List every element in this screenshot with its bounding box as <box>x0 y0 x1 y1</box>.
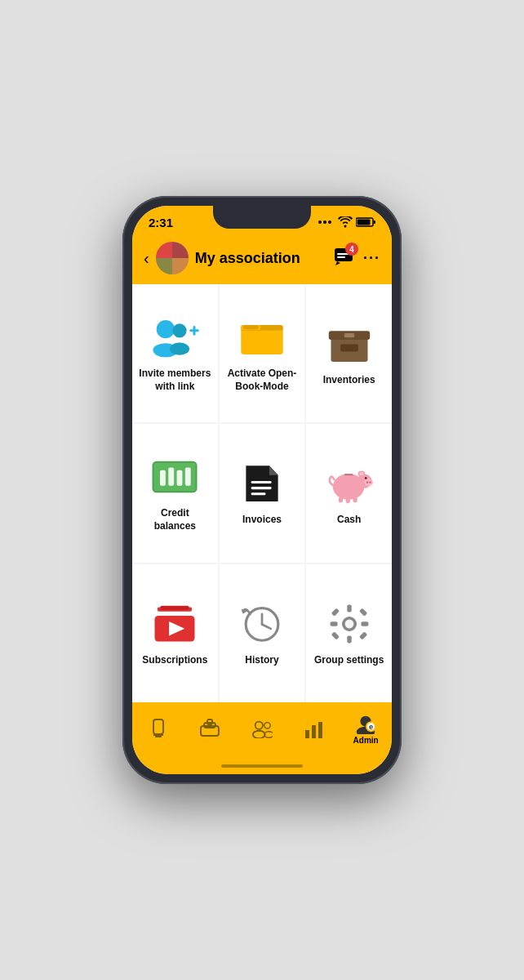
open-book-icon <box>236 315 288 359</box>
svg-line-55 <box>262 624 271 628</box>
svg-rect-47 <box>345 498 349 503</box>
admin-label: Admin <box>353 736 379 745</box>
svg-rect-8 <box>172 242 189 258</box>
group-settings-icon <box>323 602 375 646</box>
svg-point-42 <box>366 482 368 484</box>
svg-rect-34 <box>251 481 272 483</box>
svg-rect-45 <box>344 474 353 475</box>
svg-rect-63 <box>331 608 339 616</box>
svg-rect-35 <box>251 487 272 489</box>
svg-rect-64 <box>359 608 367 616</box>
nav-item-members[interactable] <box>242 718 282 739</box>
nav-item-food[interactable] <box>189 718 230 739</box>
status-icons <box>318 216 375 228</box>
members-icon <box>251 718 273 739</box>
credit-balances-icon <box>149 455 201 499</box>
grid-item-subscriptions[interactable]: Subscriptions <box>132 564 218 702</box>
svg-point-2 <box>328 220 331 224</box>
svg-rect-13 <box>337 256 345 258</box>
credit-balances-label: Credit balances <box>139 507 211 532</box>
svg-rect-32 <box>185 468 191 486</box>
svg-rect-62 <box>361 621 368 626</box>
stats-icon <box>304 718 325 739</box>
more-button[interactable]: ··· <box>363 250 380 267</box>
battery-icon <box>356 217 375 227</box>
invoices-icon <box>236 461 288 506</box>
back-button[interactable]: ‹ <box>144 249 149 268</box>
invite-members-icon <box>149 315 201 359</box>
nav-item-stats[interactable] <box>294 718 335 739</box>
svg-rect-66 <box>359 631 367 639</box>
grid-item-inventories[interactable]: Inventories <box>306 284 392 422</box>
notifications-button[interactable]: 4 <box>334 247 353 269</box>
svg-point-43 <box>369 482 371 484</box>
grid-item-open-book[interactable]: Activate Open-Book-Mode <box>220 284 305 422</box>
bottom-navigation: e Admin <box>132 702 392 758</box>
svg-rect-27 <box>344 333 354 337</box>
nav-item-drinks[interactable] <box>138 718 179 739</box>
svg-rect-29 <box>160 470 166 486</box>
svg-point-1 <box>323 220 326 224</box>
nav-item-admin[interactable]: e Admin <box>345 713 386 745</box>
notification-badge: 4 <box>345 243 358 256</box>
svg-rect-4 <box>374 220 376 224</box>
svg-rect-10 <box>172 258 189 274</box>
svg-point-44 <box>365 477 367 479</box>
svg-rect-7 <box>156 242 172 258</box>
notch <box>213 206 311 229</box>
svg-rect-69 <box>153 734 163 736</box>
drinks-icon <box>148 718 169 739</box>
svg-rect-23 <box>243 325 259 329</box>
svg-rect-78 <box>312 725 316 738</box>
svg-rect-46 <box>338 497 342 502</box>
svg-point-40 <box>359 472 363 475</box>
subscriptions-label: Subscriptions <box>142 654 207 667</box>
svg-rect-77 <box>305 730 309 738</box>
grid-item-cash[interactable]: Cash <box>306 424 392 562</box>
svg-rect-67 <box>153 719 163 734</box>
grid-item-group-settings[interactable]: Group settings <box>306 564 392 702</box>
svg-point-16 <box>173 323 187 337</box>
invite-members-label: Invite members with link <box>139 368 211 393</box>
inventories-icon <box>323 322 375 366</box>
svg-rect-60 <box>347 635 351 643</box>
svg-point-14 <box>157 320 175 338</box>
grid-item-credit-balances[interactable]: Credit balances <box>132 424 218 562</box>
phone-frame: 2:31 <box>122 196 402 784</box>
svg-rect-48 <box>353 497 357 502</box>
svg-rect-26 <box>340 344 358 351</box>
open-book-label: Activate Open-Book-Mode <box>226 368 299 393</box>
svg-rect-31 <box>177 470 183 486</box>
home-indicator <box>132 758 392 774</box>
svg-rect-36 <box>251 492 266 495</box>
svg-rect-30 <box>169 468 175 486</box>
signal-dots-icon <box>318 218 335 226</box>
svg-point-74 <box>253 731 265 738</box>
history-label: History <box>245 654 278 667</box>
subscriptions-icon <box>149 602 201 646</box>
wifi-icon <box>338 216 353 228</box>
svg-point-41 <box>364 479 373 486</box>
avatar[interactable] <box>156 242 189 274</box>
svg-rect-59 <box>347 604 351 612</box>
inventories-label: Inventories <box>323 374 375 387</box>
header: ‹ My association <box>132 235 392 284</box>
grid-item-invoices[interactable]: Invoices <box>220 424 305 562</box>
grid-item-history[interactable]: History <box>220 564 305 702</box>
home-bar <box>221 764 303 768</box>
admin-icon: e <box>355 713 376 734</box>
svg-rect-5 <box>357 220 371 225</box>
cash-label: Cash <box>337 514 361 527</box>
invoices-label: Invoices <box>242 514 282 527</box>
svg-rect-61 <box>330 621 337 626</box>
svg-rect-50 <box>161 605 189 609</box>
cash-icon <box>323 461 375 506</box>
page-title: My association <box>195 250 327 267</box>
svg-rect-65 <box>331 631 339 639</box>
menu-grid: Invite members with link Activate Open-B… <box>132 284 392 702</box>
grid-item-invite-members[interactable]: Invite members with link <box>132 284 218 422</box>
avatar-image <box>156 242 189 274</box>
svg-point-75 <box>264 723 270 728</box>
svg-text:e: e <box>369 723 373 731</box>
svg-point-58 <box>344 619 353 628</box>
